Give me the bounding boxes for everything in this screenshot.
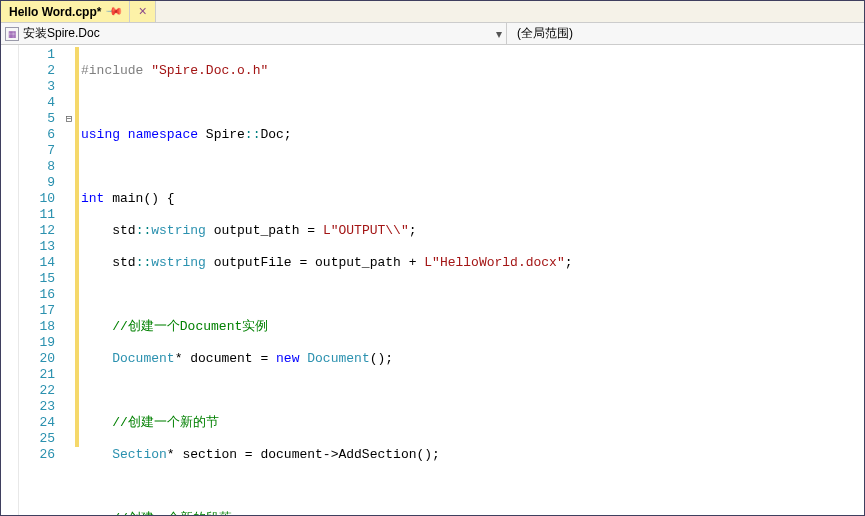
code-editor[interactable]: 1234567891011121314151617181920212223242… xyxy=(1,45,864,515)
tab-title: Hello Word.cpp* xyxy=(9,5,101,19)
member-dropdown[interactable]: (全局范围) xyxy=(507,23,864,44)
outline-margin[interactable]: ⊟ xyxy=(63,45,75,515)
tab-bar: Hello Word.cpp* 📌 × xyxy=(1,1,864,23)
close-icon[interactable]: × xyxy=(138,4,146,20)
fold-toggle[interactable]: ⊟ xyxy=(63,111,75,127)
scope-dropdown[interactable]: ▦ 安装Spire.Doc ▾ xyxy=(1,23,507,44)
member-text: (全局范围) xyxy=(517,25,573,42)
chevron-down-icon: ▾ xyxy=(496,27,502,41)
pin-icon[interactable]: 📌 xyxy=(105,2,124,21)
file-tab[interactable]: Hello Word.cpp* 📌 xyxy=(1,1,130,22)
scope-text: 安装Spire.Doc xyxy=(23,25,100,42)
project-icon: ▦ xyxy=(5,27,19,41)
code-content[interactable]: #include "Spire.Doc.o.h" using namespace… xyxy=(79,45,864,515)
tab-close-area: × xyxy=(130,1,155,22)
breakpoint-margin[interactable] xyxy=(1,45,19,515)
line-numbers: 1234567891011121314151617181920212223242… xyxy=(19,45,63,515)
navigation-bar: ▦ 安装Spire.Doc ▾ (全局范围) xyxy=(1,23,864,45)
